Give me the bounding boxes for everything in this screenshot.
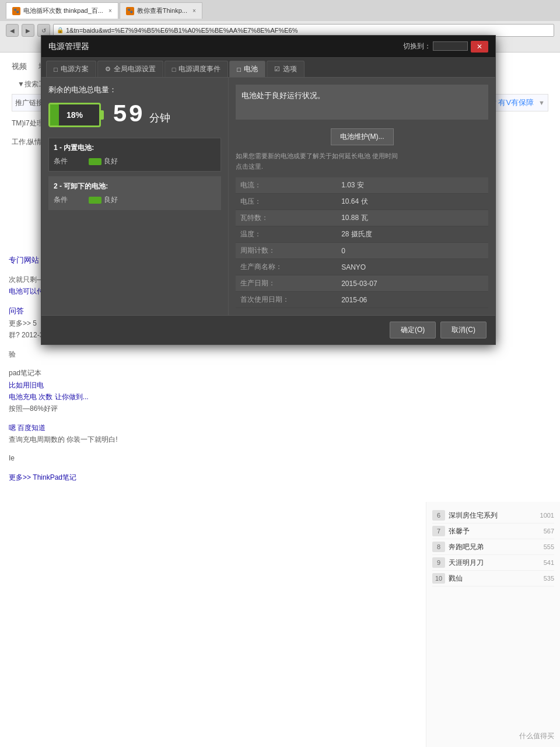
tab-battery[interactable]: □ 电池 [229, 61, 265, 77]
tab-close-1[interactable]: × [108, 8, 112, 14]
section1-condition-label: 条件 [54, 156, 83, 166]
ranking-item-7: 7 张馨予 567 [432, 523, 554, 539]
section2-condition-label: 条件 [54, 195, 83, 205]
table-row-first-use: 首次使用日期： 2015-06 [236, 292, 488, 308]
tab-icon-2: 🐾 [126, 7, 134, 15]
ranking-count-8: 555 [544, 543, 554, 550]
guarantee-arrow: ▼ [538, 99, 545, 106]
tab-power-events[interactable]: □ 电源调度事件 [164, 61, 229, 77]
tab-power-scheme[interactable]: □ 电源方案 [46, 61, 96, 77]
table-row-current: 电流： 1.03 安 [236, 177, 488, 194]
browser-tabs: 🐾 电池循环次数 thinkpad_百... × 🐾 教你查看Thinkp...… [0, 0, 560, 21]
ranking-count-6: 1001 [540, 512, 554, 519]
label-manufacturer: 生产商名称： [236, 259, 337, 275]
section1-title: 1 - 内置电池: [54, 143, 216, 153]
ranking-item-9: 9 天涯明月刀 541 [432, 555, 554, 571]
status-text: 电池处于良好运行状况。 [236, 85, 488, 120]
tab-label-1: 电池循环次数 thinkpad_百... [23, 6, 103, 15]
value-mfg-date: 2015-03-07 [337, 275, 488, 292]
close-icon: ✕ [477, 43, 482, 51]
dialog-controls: 切换到： ✕ [403, 41, 488, 53]
ranking-count-7: 567 [544, 528, 554, 535]
power-scheme-icon: □ [54, 66, 58, 73]
result-text-14: 嗯 百度知道 [9, 422, 190, 434]
ranking-name-7[interactable]: 张馨予 [449, 526, 544, 536]
watermark-text: 什么值得买 [519, 732, 554, 740]
ranking-name-6[interactable]: 深圳房住宅系列 [449, 511, 540, 521]
tab-global-settings-label: 全局电源设置 [114, 64, 156, 74]
table-row-cycles: 周期计数： 0 [236, 243, 488, 259]
switch-input[interactable] [433, 41, 468, 51]
table-row-mfg-date: 生产日期： 2015-03-07 [236, 275, 488, 292]
value-cycles: 0 [337, 243, 488, 259]
ranking-num-9: 9 [432, 557, 445, 568]
section1-green-dot [89, 158, 102, 165]
table-row-voltage: 电压： 10.64 伏 [236, 194, 488, 210]
tab-power-scheme-label: 电源方案 [61, 64, 89, 74]
result-text-15: 查询充电周期数的 你装一下就明白! [9, 434, 190, 445]
power-events-icon: □ [172, 66, 176, 73]
ranking-count-10: 535 [544, 575, 554, 582]
back-button[interactable]: ◀ [6, 24, 19, 37]
battery-remaining-label: 剩余的电池总电量： [48, 85, 221, 95]
dialog-body: 剩余的电池总电量： 18% 59 分钟 1 - 内置电池: 条件 [41, 78, 495, 315]
right-sidebar: 6 深圳房住宅系列 1001 7 张馨予 567 8 奔跑吧兄弟 555 9 天… [426, 502, 560, 747]
result-text-16: Ie [9, 452, 190, 464]
cancel-button[interactable]: 取消(C) [440, 322, 487, 338]
info-link-text[interactable]: 如果您需要新的电池或要了解关于如何延长电池 使用时间 点击这里. [236, 151, 488, 172]
value-watts: 10.88 瓦 [337, 210, 488, 226]
tab-options[interactable]: ☑ 选项 [267, 61, 304, 77]
result-item-4: 验 [9, 348, 190, 360]
result-link-12[interactable]: 电池充电 次数 让你做到... [9, 391, 190, 403]
battery-time-display: 59 分钟 [113, 101, 170, 129]
nav-video[interactable]: 视频 [12, 61, 27, 72]
confirm-button[interactable]: 确定(O) [390, 322, 436, 338]
ranking-item-10: 10 戮仙 535 [432, 571, 554, 587]
tab-battery-label: 电池 [244, 64, 258, 74]
ranking-name-9[interactable]: 天涯明月刀 [449, 558, 544, 568]
battery-icon-large: 18% [48, 103, 101, 127]
dialog-footer: 确定(O) 取消(C) [41, 315, 495, 344]
label-watts: 瓦特数： [236, 210, 337, 226]
battery-section-2: 2 - 可卸下的电池: 条件 良好 [48, 176, 221, 210]
battery-display: 18% 59 分钟 [48, 101, 221, 129]
maintenance-button[interactable]: 电池维护(M)... [331, 128, 394, 145]
value-first-use: 2015-06 [337, 292, 488, 308]
section1-condition-value: 良好 [104, 156, 118, 166]
dialog-right-panel: 电池处于良好运行状况。 电池维护(M)... 如果您需要新的电池或要了解关于如何… [228, 78, 495, 315]
switch-text: 切换到： [403, 42, 431, 50]
label-cycles: 周期计数： [236, 243, 337, 259]
dialog-title: 电源管理器 [48, 41, 89, 52]
section2-row: 条件 良好 [54, 195, 216, 205]
forward-button[interactable]: ▶ [22, 24, 34, 37]
battery-details-table: 电流： 1.03 安 电压： 10.64 伏 瓦特数： 10.88 瓦 温度： … [236, 177, 488, 308]
dialog-titlebar: 电源管理器 切换到： ✕ [41, 36, 495, 58]
label-first-use: 首次使用日期： [236, 292, 337, 308]
result-text-10: pad笔记本 [9, 367, 190, 379]
battery-percent-text: 18% [50, 110, 99, 120]
section2-green-dot [89, 197, 102, 204]
result-link-17[interactable]: 更多>> ThinkPad笔记 [9, 472, 190, 483]
tab-icon-1: 🐾 [12, 7, 20, 15]
section2-title: 2 - 可卸下的电池: [54, 181, 216, 191]
result-item-7: Ie [9, 452, 190, 464]
ranking-name-8[interactable]: 奔跑吧兄弟 [449, 542, 544, 552]
tab-battery-cycles[interactable]: 🐾 电池循环次数 thinkpad_百... × [6, 2, 118, 19]
tab-thinkpad[interactable]: 🐾 教你查看Thinkp... × [120, 2, 202, 19]
tab-close-2[interactable]: × [192, 8, 196, 14]
label-temp: 温度： [236, 226, 337, 243]
ranking-count-9: 541 [544, 559, 554, 566]
tab-global-settings[interactable]: ⚙ 全局电源设置 [97, 61, 163, 77]
dialog-switch-label: 切换到： [403, 41, 468, 51]
dialog-tabs: □ 电源方案 ⚙ 全局电源设置 □ 电源调度事件 □ 电池 ☑ 选项 [41, 58, 495, 78]
table-row-temp: 温度： 28 摄氏度 [236, 226, 488, 243]
value-current: 1.03 安 [337, 177, 488, 194]
dialog-close-button[interactable]: ✕ [471, 41, 488, 53]
value-voltage: 10.64 伏 [337, 194, 488, 210]
options-icon: ☑ [274, 65, 280, 73]
watermark: 什么值得买 [519, 731, 554, 741]
lock-icon: 🔒 [57, 27, 64, 34]
ranking-num-10: 10 [432, 573, 445, 584]
section1-row: 条件 良好 [54, 156, 216, 166]
ranking-name-10[interactable]: 戮仙 [449, 574, 544, 584]
